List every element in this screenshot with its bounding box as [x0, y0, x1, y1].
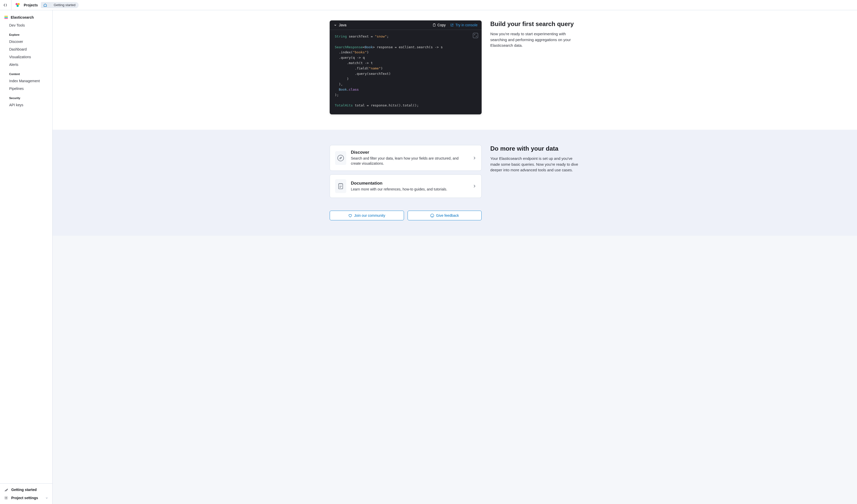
copy-label: Copy	[437, 23, 446, 27]
svg-point-8	[338, 155, 343, 161]
svg-rect-5	[4, 18, 8, 19]
sidebar-section-explore: Explore	[0, 29, 52, 38]
home-icon	[44, 3, 47, 7]
code-language-selector[interactable]: Java	[334, 23, 347, 27]
breadcrumb-home[interactable]	[41, 2, 50, 8]
sidebar-app-name: Elasticsearch	[11, 15, 34, 19]
sidebar-footer-label: Getting started	[11, 488, 37, 492]
clipboard-icon	[432, 23, 436, 27]
gear-icon	[4, 496, 8, 500]
code-body[interactable]: String searchText = "snow"; SearchRespon…	[330, 30, 482, 114]
notepad-icon	[335, 179, 346, 193]
try-in-console-button[interactable]: Try in console	[450, 23, 477, 27]
sidebar-item-api-keys[interactable]: API keys	[0, 101, 52, 109]
svg-rect-4	[4, 17, 8, 18]
chevron-right-icon	[473, 184, 476, 188]
svg-point-6	[6, 497, 7, 498]
sidebar-item-visualizations[interactable]: Visualizations	[0, 53, 52, 61]
sidebar-footer-project-settings[interactable]: Project settings	[0, 494, 52, 502]
external-link-icon	[450, 23, 454, 27]
rocket-icon	[4, 488, 8, 492]
svg-point-10	[430, 214, 434, 217]
build-query-description: Now you're ready to start experimenting …	[490, 31, 580, 49]
chevron-down-icon	[45, 496, 48, 499]
do-more-section: Do more with your data Your Elasticsearc…	[490, 145, 580, 220]
smile-icon	[430, 214, 434, 218]
try-label: Try in console	[455, 23, 477, 27]
breadcrumb-current: Getting started	[50, 2, 79, 8]
elasticsearch-icon	[4, 15, 8, 19]
top-header: Projects Getting started	[0, 0, 857, 10]
elastic-logo-icon[interactable]	[15, 2, 21, 8]
collapse-sidebar-button[interactable]	[2, 2, 8, 8]
sidebar: Elasticsearch Dev Tools Explore Discover…	[0, 10, 53, 504]
svg-point-1	[18, 3, 20, 5]
sidebar-item-alerts[interactable]: Alerts	[0, 61, 52, 68]
breadcrumb: Getting started	[41, 2, 79, 8]
sidebar-footer-getting-started[interactable]: Getting started	[0, 486, 52, 494]
documentation-card[interactable]: Documentation Learn more with our refere…	[330, 174, 482, 198]
discover-card[interactable]: Discover Search and filter your data, le…	[330, 145, 482, 171]
do-more-description: Your Elasticsearch endpoint is set up an…	[490, 156, 580, 173]
fullscreen-button[interactable]	[473, 33, 478, 38]
svg-rect-3	[4, 16, 8, 17]
heart-icon	[348, 214, 352, 218]
give-feedback-button[interactable]: Give feedback	[407, 211, 482, 220]
svg-point-0	[16, 3, 18, 5]
main-content: Java Copy Try in console	[53, 10, 857, 504]
svg-rect-7	[433, 24, 435, 27]
copy-button[interactable]: Copy	[432, 23, 446, 27]
sidebar-section-security: Security	[0, 93, 52, 101]
card-description: Search and filter your data, learn how y…	[351, 156, 468, 166]
card-title: Documentation	[351, 181, 468, 186]
sidebar-footer-label: Project settings	[11, 496, 38, 500]
fullscreen-icon	[474, 34, 477, 37]
projects-link[interactable]: Projects	[24, 3, 38, 7]
chevron-right-icon	[473, 156, 476, 160]
sidebar-item-discover[interactable]: Discover	[0, 38, 52, 46]
divider	[11, 0, 12, 10]
sidebar-item-dev-tools[interactable]: Dev Tools	[0, 21, 52, 29]
build-query-title: Build your first search query	[490, 20, 580, 28]
button-label: Join our community	[354, 214, 385, 218]
do-more-title: Do more with your data	[490, 145, 580, 152]
sidebar-item-dashboard[interactable]: Dashboard	[0, 46, 52, 53]
svg-point-2	[17, 5, 19, 7]
join-community-button[interactable]: Join our community	[330, 211, 404, 220]
code-language-label: Java	[339, 23, 347, 27]
sidebar-section-content: Content	[0, 68, 52, 77]
sidebar-app-header[interactable]: Elasticsearch	[0, 13, 52, 21]
code-panel: Java Copy Try in console	[330, 20, 482, 114]
compass-icon	[335, 151, 346, 165]
sidebar-item-index-management[interactable]: Index Management	[0, 77, 52, 85]
sidebar-item-pipelines[interactable]: Pipelines	[0, 85, 52, 93]
chevron-down-icon	[334, 23, 337, 27]
button-label: Give feedback	[436, 214, 459, 218]
code-header: Java Copy Try in console	[330, 20, 482, 30]
card-title: Discover	[351, 150, 468, 155]
collapse-icon	[3, 3, 7, 7]
card-description: Learn more with our references, how-to g…	[351, 187, 468, 192]
build-query-section: Build your first search query Now you're…	[490, 20, 580, 114]
